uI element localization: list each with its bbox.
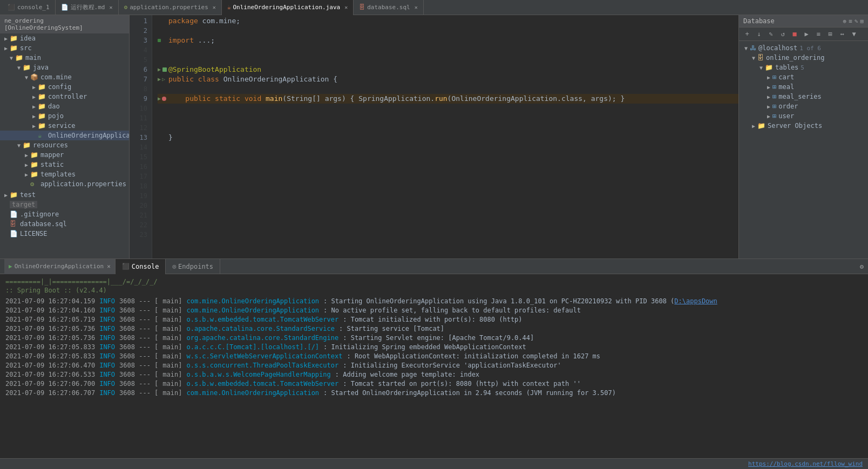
db-tree-user[interactable]: ▶ ⊞ user [739, 111, 868, 121]
editor-area: 1 2 3 4 5 6 7 8 9 10 11 12 13 14 15 16 1… [130, 15, 738, 259]
sidebar-item-label: java [33, 64, 49, 71]
sidebar-item-resources[interactable]: ▼ 📁 resources [0, 140, 129, 150]
sidebar-item-templates[interactable]: ▶ 📁 templates [0, 169, 129, 179]
log-class: org.apache.catalina.core.StandardEngine [186, 334, 338, 343]
expand-arrow: ▶ [23, 172, 30, 178]
code-text [168, 181, 173, 191]
log-line-9: 2021-07-09 16:27:06.533 INFO 3608 --- [ … [5, 370, 863, 379]
db-stop-button[interactable]: ■ [790, 29, 799, 39]
tab-database-sql[interactable]: 🗄 database.sql ✕ [354, 0, 424, 15]
tab-main-java[interactable]: ☕ OnlineOrderingApplication.java ✕ [222, 0, 354, 15]
sidebar-item-static[interactable]: ▶ 📁 static [0, 160, 129, 169]
db-tree-tables[interactable]: ▼ 📁 tables 5 [739, 63, 868, 72]
sidebar-item-dao[interactable]: ▶ 📁 dao [0, 101, 129, 111]
spring-banner: =========|_|==============|___/=/_/_/_/ … [5, 277, 863, 295]
sidebar-item-target[interactable]: target [0, 200, 129, 209]
tab-close-icon[interactable]: ✕ [344, 4, 348, 10]
db-grid-button[interactable]: ⊞ [825, 29, 835, 39]
banner-line-1: =========|_|==============|___/=/_/_/_/ [5, 277, 863, 286]
code-line-11 [158, 113, 738, 123]
sidebar-item-config[interactable]: ▶ 📁 config [0, 82, 129, 92]
code-line-19 [158, 191, 738, 201]
db-expand-button[interactable]: ↔ [837, 29, 847, 39]
log-class: o.s.b.a.w.s.WelcomePageHandlerMapping [186, 370, 330, 379]
run-gutter-icon[interactable]: ▶ [158, 65, 161, 74]
sidebar-item-database-sql[interactable]: 🗄 database.sql [0, 219, 129, 229]
db-tree-online-ordering[interactable]: ▼ 🗄 online_ordering [739, 53, 868, 63]
tab-label: database.sql [367, 4, 410, 11]
sidebar-item-java[interactable]: ▼ 📁 java [0, 63, 129, 72]
bottom-panel-settings[interactable]: ⚙ [860, 263, 864, 270]
db-tree-cart[interactable]: ▶ ⊞ cart [739, 72, 868, 82]
db-play-button[interactable]: ▶ [802, 29, 811, 39]
db-tree-order[interactable]: ▶ ⊞ order [739, 101, 868, 111]
sidebar-item-online-ordering-app[interactable]: ☕ OnlineOrderingApplication [0, 131, 129, 140]
db-tree-meal[interactable]: ▶ ⊞ meal [739, 82, 868, 92]
code-content[interactable]: package com.mine; import ...; [152, 15, 738, 259]
db-expand-arrow: ▼ [757, 65, 765, 71]
database-toolbar: + ↓ ✎ ↺ ■ ▶ ≡ ⊞ ↔ ▼ [739, 28, 868, 41]
sidebar-item-com-mine[interactable]: ▼ 📦 com.mine [0, 72, 129, 82]
sidebar-item-label: LICENSE [20, 230, 48, 237]
db-toolbar-icon[interactable]: ≡ [849, 18, 852, 25]
sidebar-item-idea[interactable]: ▶ 📁 idea [0, 33, 129, 43]
log-level: INFO [99, 315, 115, 324]
db-toolbar-icon[interactable]: ⊞ [860, 18, 864, 25]
db-filter-button[interactable]: ▼ [849, 29, 859, 39]
code-text [168, 152, 173, 162]
tab-close-icon[interactable]: ✕ [213, 4, 216, 10]
endpoints-tab-label: Endpoints [178, 263, 213, 270]
sidebar-item-license[interactable]: 📄 LICENSE [0, 229, 129, 239]
sidebar-item-service[interactable]: ▶ 📁 service [0, 121, 129, 131]
log-message: : No active profile set, falling back to… [323, 306, 581, 315]
run-gutter-icon[interactable]: ▶ [158, 94, 161, 104]
tab-app-props[interactable]: ⚙ application.properties ✕ [119, 0, 222, 15]
endpoints-icon: ◎ [172, 263, 176, 270]
sidebar-item-gitignore[interactable]: 📄 .gitignore [0, 209, 129, 219]
file-icon: 📄 [10, 230, 18, 237]
sidebar-item-label: .gitignore [20, 210, 59, 218]
status-bar: https://blog.csdn.net/fllow_wind [0, 458, 868, 469]
props-icon: ⚙ [124, 4, 128, 11]
log-message: : Starting service [Tomcat] [339, 324, 444, 334]
db-toolbar-icon[interactable]: ✎ [855, 18, 858, 25]
db-expand-arrow: ▶ [750, 123, 757, 129]
sidebar-item-label: config [48, 83, 71, 91]
sidebar-item-src[interactable]: ▶ 📁 src [0, 43, 129, 53]
sidebar-item-label: target [10, 201, 37, 208]
sidebar-item-pojo[interactable]: ▶ 📁 pojo [0, 111, 129, 121]
debug-gutter-icon[interactable]: ▷ [162, 74, 165, 84]
folder-icon: 📁 [30, 151, 39, 159]
code-text [168, 201, 173, 210]
sidebar-item-label: main [25, 54, 41, 62]
sidebar-item-test[interactable]: ▶ 📁 test [0, 190, 129, 200]
log-link[interactable]: D:\appsDown [674, 297, 717, 305]
db-refresh-button[interactable]: ↺ [778, 29, 788, 39]
db-edit-button[interactable]: ✎ [766, 29, 776, 39]
code-editor[interactable]: 1 2 3 4 5 6 7 8 9 10 11 12 13 14 15 16 1… [130, 15, 738, 259]
db-tree-localhost[interactable]: ▼ 🖧 @localhost 1 of 6 [739, 43, 868, 53]
db-add-button[interactable]: + [742, 29, 752, 39]
db-tree-server-objects[interactable]: ▶ 📁 Server Objects [739, 121, 868, 131]
sidebar-item-app-properties[interactable]: ⚙ application.properties [0, 179, 129, 189]
status-url[interactable]: https://blog.csdn.net/fllow_wind [748, 460, 863, 467]
sidebar-item-controller[interactable]: ▶ 📁 controller [0, 92, 129, 101]
log-message: : Starting Servlet engine: [Apache Tomca… [343, 334, 534, 343]
tab-console_1[interactable]: ⬛ console_1 [2, 0, 56, 15]
tab-console[interactable]: ⬛ Console [116, 259, 166, 274]
sidebar-item-main[interactable]: ▼ 📁 main [0, 53, 129, 63]
line-numbers: 1 2 3 4 5 6 7 8 9 10 11 12 13 14 15 16 1… [130, 15, 152, 259]
db-tree-meal-series[interactable]: ▶ ⊞ meal_series [739, 92, 868, 101]
db-menu-button[interactable]: ≡ [813, 29, 823, 39]
tab-running-md[interactable]: 📄 运行教程.md ✕ [56, 0, 119, 15]
db-toolbar-icon[interactable]: ⊕ [843, 18, 847, 25]
breakpoint-indicator[interactable] [162, 97, 166, 101]
db-download-button[interactable]: ↓ [754, 29, 764, 39]
tab-endpoints[interactable]: ◎ Endpoints [166, 259, 220, 274]
run-gutter-icon[interactable]: ▶ [158, 74, 161, 84]
bottom-app-close[interactable]: ✕ [107, 263, 111, 270]
tab-close-icon[interactable]: ✕ [109, 4, 112, 10]
sidebar-item-mapper[interactable]: ▶ 📁 mapper [0, 150, 129, 160]
code-line-8 [158, 84, 738, 94]
tab-close-icon[interactable]: ✕ [415, 4, 418, 10]
